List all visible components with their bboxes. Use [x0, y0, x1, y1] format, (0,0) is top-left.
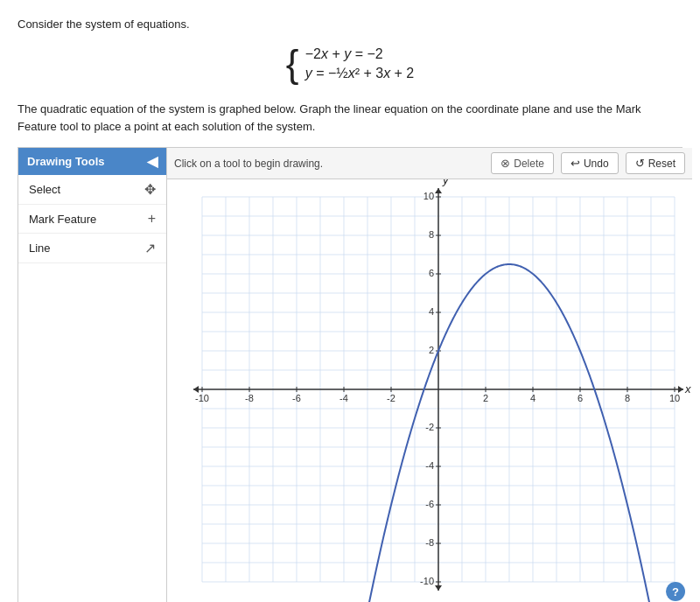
equations-display: { −2x + y = −2 y = −½x² + 3x + 2 [18, 43, 682, 85]
graph-area: Click on a tool to begin drawing. ⊗ Dele… [167, 148, 692, 602]
collapse-icon[interactable]: ◀ [147, 153, 158, 170]
delete-label: Delete [514, 158, 544, 170]
undo-label: Undo [584, 158, 609, 170]
select-tool[interactable]: Select ✥ [18, 175, 166, 205]
equation-2: y = −½x² + 3x + 2 [305, 66, 415, 81]
reset-button[interactable]: ↺ Reset [626, 152, 685, 174]
tool-area: Drawing Tools ◀ Select ✥ Mark Feature + … [18, 147, 682, 602]
help-button[interactable]: ? [666, 582, 685, 601]
hint-text: Click on a tool to begin drawing. [174, 158, 484, 170]
line-label: Line [29, 242, 51, 255]
mark-feature-icon: + [148, 211, 156, 227]
drawing-tools-title: Drawing Tools [27, 155, 105, 168]
equation-1: −2x + y = −2 [305, 46, 415, 62]
intro-text: Consider the system of equations. [18, 18, 682, 31]
undo-icon: ↩ [570, 157, 580, 170]
select-label: Select [29, 183, 60, 196]
line-icon: ↗ [144, 240, 156, 256]
reset-icon: ↺ [635, 157, 645, 170]
delete-icon: ⊗ [500, 157, 510, 170]
line-tool[interactable]: Line ↗ [18, 234, 166, 263]
graph-canvas[interactable] [167, 179, 692, 602]
reset-label: Reset [648, 158, 676, 170]
mark-feature-tool[interactable]: Mark Feature + [18, 205, 166, 234]
brace-symbol: { [286, 45, 299, 83]
mark-feature-label: Mark Feature [29, 213, 96, 226]
drawing-tools-header: Drawing Tools ◀ [18, 148, 166, 175]
drawing-tools-panel: Drawing Tools ◀ Select ✥ Mark Feature + … [18, 148, 167, 602]
instruction-text: The quadratic equation of the system is … [18, 101, 682, 135]
undo-button[interactable]: ↩ Undo [561, 152, 619, 174]
select-icon: ✥ [144, 181, 156, 198]
delete-button[interactable]: ⊗ Delete [491, 152, 554, 174]
help-icon: ? [672, 585, 679, 598]
canvas-container[interactable]: ? [167, 179, 692, 602]
graph-toolbar: Click on a tool to begin drawing. ⊗ Dele… [167, 148, 692, 179]
